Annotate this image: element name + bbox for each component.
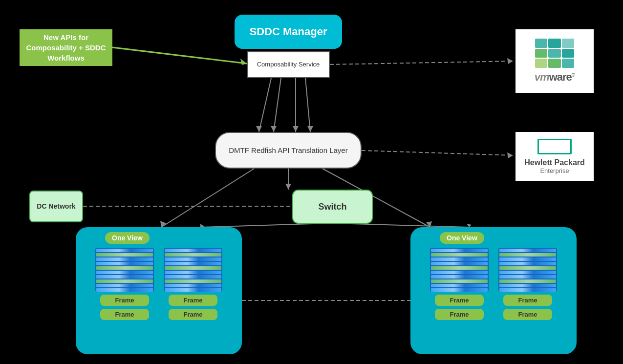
svg-line-6: [259, 78, 271, 132]
dc-network-box: DC Network: [29, 191, 83, 222]
frame-label-7: Frame: [435, 309, 484, 320]
hpe-logo: Hewlett Packard Enterprise: [516, 132, 594, 181]
server-rack-icon-4: [498, 248, 557, 292]
svg-marker-9: [271, 126, 277, 132]
svg-marker-15: [285, 184, 291, 190]
vmware-logo: vmware®: [516, 29, 594, 93]
svg-line-24: [351, 224, 469, 227]
server-unit-right-1: Frame Frame: [428, 248, 491, 320]
server-unit-left-1: Frame Frame: [93, 248, 156, 320]
svg-line-0: [112, 47, 247, 64]
svg-marker-3: [507, 58, 513, 64]
svg-marker-25: [467, 224, 472, 227]
svg-marker-1: [240, 59, 247, 65]
hpe-rect-icon: [537, 139, 572, 154]
oneview-left-container: One View Frame Frame: [76, 227, 242, 354]
svg-marker-13: [307, 126, 313, 132]
vmware-text: vmware®: [535, 71, 575, 84]
svg-line-2: [330, 61, 513, 64]
svg-marker-7: [256, 126, 262, 132]
server-rack-icon: [95, 248, 154, 292]
svg-line-12: [305, 78, 310, 132]
server-unit-left-2: Frame Frame: [161, 248, 225, 320]
server-rack-icon-3: [430, 248, 489, 292]
server-rack-icon-2: [164, 248, 222, 292]
svg-line-22: [200, 224, 313, 227]
oneview-right-label: One View: [440, 232, 484, 244]
svg-marker-11: [293, 126, 299, 132]
frame-label-4: Frame: [169, 309, 217, 320]
frame-label-2: Frame: [169, 295, 217, 306]
svg-line-8: [274, 78, 281, 132]
server-group-left: Frame Frame Frame Frame: [81, 248, 237, 320]
server-group-right: Frame Frame Frame Frame: [415, 248, 572, 320]
server-unit-right-2: Frame Frame: [496, 248, 559, 320]
frame-label-8: Frame: [503, 309, 552, 320]
vmware-mosaic-icon: [535, 39, 574, 68]
svg-line-4: [362, 150, 513, 155]
svg-marker-23: [200, 224, 205, 227]
svg-marker-19: [426, 221, 432, 227]
switch-box: Switch: [292, 190, 373, 224]
frame-label-3: Frame: [100, 309, 149, 320]
oneview-left-label: One View: [105, 232, 150, 244]
frame-label-5: Frame: [435, 295, 484, 306]
new-apis-label: New APIs for Composability + SDDC Workfl…: [20, 29, 112, 66]
frame-label-6: Frame: [503, 295, 552, 306]
frame-label-1: Frame: [100, 295, 149, 306]
composability-service-box: Composability Service: [247, 51, 330, 78]
svg-marker-17: [160, 221, 166, 227]
sddc-manager-box: SDDC Manager: [235, 15, 342, 49]
dmtf-box: DMTF Redfish API Translation Layer: [215, 132, 362, 169]
oneview-right-container: One View Frame Frame: [410, 227, 577, 354]
svg-marker-5: [507, 152, 513, 158]
svg-line-16: [161, 169, 254, 227]
diagram: New APIs for Composability + SDDC Workfl…: [0, 0, 623, 364]
